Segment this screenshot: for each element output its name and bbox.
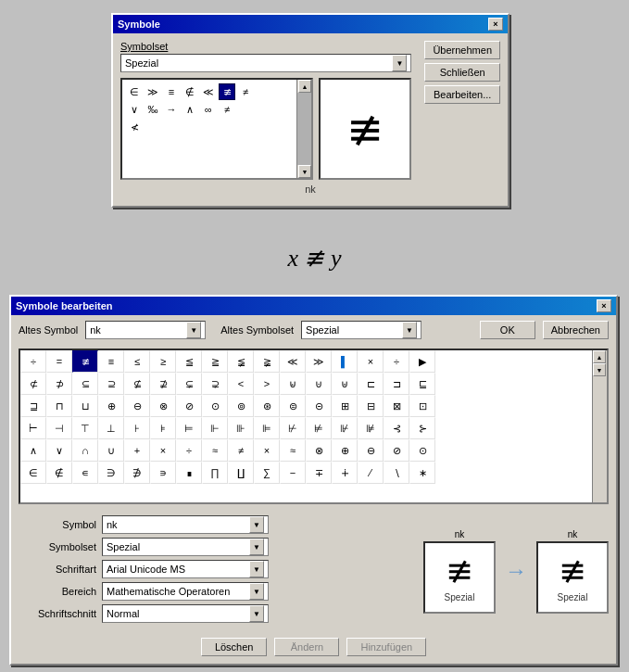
big-grid-cell[interactable]: ∑ [254, 462, 280, 484]
big-grid-cell[interactable]: ⊢ [20, 417, 46, 439]
big-grid-cell[interactable]: > [254, 373, 280, 395]
big-grid-cell[interactable]: ⊤ [72, 417, 98, 439]
big-grid-cell[interactable]: ≪ [280, 350, 306, 373]
big-grid-cell[interactable]: ⊟ [358, 395, 384, 417]
big-grid-cell[interactable]: ⊜ [280, 395, 306, 417]
big-grid-cell[interactable]: ∏ [202, 462, 228, 484]
big-grid-cell[interactable]: ⊒ [20, 395, 46, 417]
big-grid-cell[interactable]: ∈ [20, 462, 46, 484]
big-grid-cell[interactable]: ⊡ [409, 395, 435, 417]
ok-button[interactable]: OK [480, 321, 535, 339]
big-grid-cell[interactable]: ∔ [332, 462, 358, 484]
big-grid-cell[interactable]: ⊩ [202, 417, 228, 439]
symbol-cell[interactable]: ≮ [126, 119, 143, 135]
symbol-cell[interactable]: ∞ [200, 101, 217, 118]
altes-symbol-select[interactable]: nk ▼ [85, 321, 206, 339]
scrollbar-up[interactable]: ▲ [298, 80, 311, 93]
symbol-cell[interactable]: ‰ [145, 101, 161, 118]
big-grid-cell[interactable]: ⊖ [124, 395, 150, 417]
big-grid-cell[interactable]: ∩ [72, 439, 98, 462]
big-grid-cell[interactable]: ⊝ [306, 395, 332, 417]
big-grid-cell[interactable]: ∗ [409, 462, 435, 484]
big-grid-cell[interactable]: ⊏ [358, 373, 384, 395]
altes-symbol-arrow[interactable]: ▼ [186, 322, 201, 338]
dialog-bearbeiten-close[interactable]: × [597, 299, 611, 312]
big-grid-cell[interactable]: ⊕ [332, 439, 358, 462]
big-grid-cell[interactable]: ⊌ [280, 373, 306, 395]
symbol-cell[interactable]: ≪ [200, 83, 217, 100]
big-grid-cell[interactable]: ∋ [98, 462, 124, 484]
symbol-cell[interactable]: ∉ [182, 83, 198, 100]
symbolset-select-arrow[interactable]: ▼ [392, 55, 407, 71]
big-grid-cell[interactable]: ⊭ [306, 417, 332, 439]
big-grid-cell[interactable]: < [228, 373, 254, 395]
big-grid-cell[interactable]: ⊛ [254, 395, 280, 417]
big-grid-cell[interactable]: ⊰ [384, 417, 409, 439]
big-grid-cell[interactable]: ∧ [20, 439, 46, 462]
big-grid-cell[interactable]: ⊑ [409, 373, 435, 395]
andern-button[interactable]: Ändern [274, 638, 339, 656]
big-grid-cell[interactable]: ∪ [98, 439, 124, 462]
big-grid-cell[interactable]: ⊱ [409, 417, 435, 439]
big-grid-cell[interactable]: ⊦ [124, 417, 150, 439]
big-grid-cell[interactable]: ∨ [46, 439, 72, 462]
big-grid-cell[interactable]: ⊬ [280, 417, 306, 439]
big-grid-cell[interactable]: ∐ [228, 462, 254, 484]
symbol-cell-selected[interactable]: ≢ [219, 83, 235, 100]
altes-symbolset-select[interactable]: Spezial ▼ [301, 321, 421, 339]
schriftschnitt-select-arrow[interactable]: ▼ [249, 605, 264, 622]
big-grid-cell[interactable]: ∌ [124, 462, 150, 484]
big-grid-cell[interactable]: ≫ [306, 350, 332, 373]
hinzufugen-button[interactable]: Hinzufügen [346, 638, 426, 656]
big-grid-cell[interactable]: ∖ [384, 462, 409, 484]
bereich-select[interactable]: Mathematische Operatoren ▼ [102, 582, 269, 601]
symbol-cell[interactable]: ∨ [126, 101, 143, 118]
big-grid-cell-selected[interactable]: ≢ [72, 350, 98, 373]
big-grid-cell[interactable]: ∍ [150, 462, 176, 484]
big-grid-cell[interactable]: ∓ [306, 462, 332, 484]
big-scrollbar-up[interactable]: ▲ [593, 350, 606, 363]
symbol-cell[interactable]: → [163, 101, 180, 118]
big-grid-cell[interactable]: ≈ [280, 439, 306, 462]
big-grid-cell[interactable]: ⊙ [409, 439, 435, 462]
big-grid-cell[interactable]: ▶ [409, 350, 435, 373]
big-grid-cell[interactable]: ∕ [358, 462, 384, 484]
big-grid-cell[interactable]: ≨ [228, 350, 254, 373]
big-grid-cell[interactable]: ⊨ [176, 417, 202, 439]
symbolset-select[interactable]: Spezial ▼ [120, 54, 411, 72]
big-grid-cell[interactable]: ⊙ [202, 395, 228, 417]
schriftart-select[interactable]: Arial Unicode MS ▼ [102, 560, 269, 578]
big-grid-cell[interactable]: ⊥ [98, 417, 124, 439]
schriftschnitt-select[interactable]: Normal ▼ [102, 604, 269, 623]
big-grid-cell[interactable]: ⊪ [228, 417, 254, 439]
big-grid-cell[interactable]: ⊗ [150, 395, 176, 417]
big-grid-cell[interactable]: − [280, 462, 306, 484]
big-grid-cell[interactable]: ⊠ [384, 395, 409, 417]
big-grid-cell[interactable]: ⊘ [176, 395, 202, 417]
big-grid-cell[interactable]: ⊈ [124, 373, 150, 395]
big-grid-cell[interactable]: ⊉ [150, 373, 176, 395]
symbol-cell[interactable]: ∈ [126, 83, 143, 100]
ubernehmen-button[interactable]: Übernehmen [424, 41, 500, 59]
symbol-cell[interactable]: ∧ [182, 101, 198, 118]
big-grid-cell[interactable]: ≧ [202, 350, 228, 373]
symbol-select[interactable]: nk ▼ [102, 515, 269, 534]
big-grid-cell[interactable]: ⊇ [98, 373, 124, 395]
big-grid-cell[interactable]: ⊊ [176, 373, 202, 395]
big-grid-cell[interactable]: ⊆ [72, 373, 98, 395]
altes-symbolset-arrow[interactable]: ▼ [402, 322, 417, 338]
big-grid-cell[interactable]: ≈ [202, 439, 228, 462]
symbolset-select-bottom-arrow[interactable]: ▼ [249, 539, 264, 555]
big-grid-cell[interactable]: ⊓ [46, 395, 72, 417]
big-grid-cell[interactable]: ⊄ [20, 373, 46, 395]
big-grid-cell[interactable]: ⊚ [228, 395, 254, 417]
big-grid-cell[interactable]: ⊎ [332, 373, 358, 395]
big-grid-scrollbar[interactable]: ▲ ▼ [592, 350, 607, 502]
big-grid-cell[interactable]: ⊮ [332, 417, 358, 439]
big-grid-cell[interactable]: ⊫ [254, 417, 280, 439]
big-grid-cell[interactable]: ÷ [384, 350, 409, 373]
big-grid-cell[interactable]: ∉ [46, 462, 72, 484]
big-grid-cell[interactable]: ≥ [150, 350, 176, 373]
big-grid-cell[interactable]: ⊅ [46, 373, 72, 395]
big-grid-cell[interactable]: ∎ [176, 462, 202, 484]
